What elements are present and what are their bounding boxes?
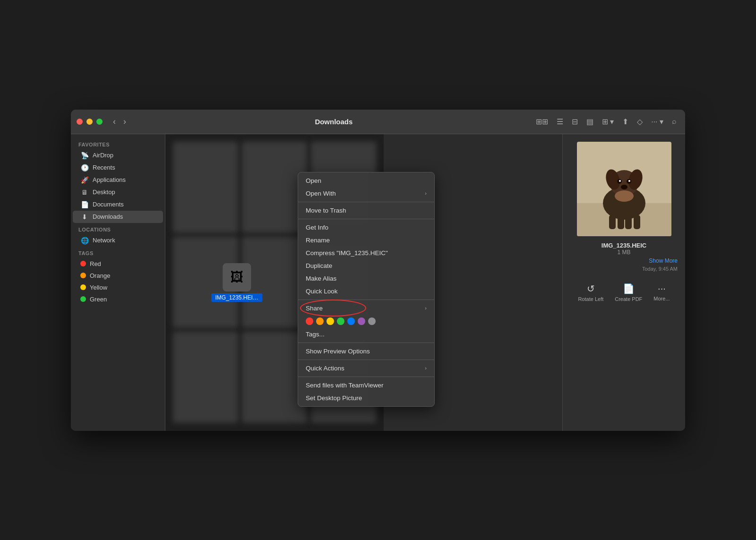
ctx-tags-color-row [298,315,434,328]
ctx-make-alias[interactable]: Make Alias [298,272,434,285]
preview-image-container [577,142,671,236]
favorites-label: Favorites [71,138,165,149]
preview-actions: ↺ Rotate Left 📄 Create PDF ··· More... [578,283,670,302]
sidebar-tag-green[interactable]: Green [73,293,163,305]
svg-point-15 [615,190,634,202]
more-actions[interactable]: ··· More... [653,283,670,302]
tag-red-dot [80,261,86,266]
downloads-icon: ⬇ [80,213,89,221]
ctx-send-teamviewer[interactable]: Send files with TeamViewer [298,379,434,392]
close-button[interactable] [77,119,83,125]
ctx-share[interactable]: Share › [298,302,434,315]
window-title: Downloads [135,118,533,126]
desktop-icon: 🖥 [80,189,89,196]
tag-orange-label: Orange [90,272,110,279]
svg-rect-11 [609,215,616,229]
svg-point-9 [628,180,630,182]
maximize-button[interactable] [96,119,103,125]
sidebar-item-airdrop-label: AirDrop [93,152,113,159]
ctx-open-with-label: Open With [306,190,336,197]
ctx-open-label: Open [306,177,321,184]
ctx-tag-gray[interactable] [368,317,376,325]
more-actions-icon: ··· [658,283,666,294]
ctx-quick-actions-chevron: › [425,365,427,371]
create-pdf-action[interactable]: 📄 Create PDF [615,283,642,302]
ctx-tag-orange[interactable] [316,317,324,325]
gallery-view-button[interactable]: ▤ [584,115,596,128]
sidebar-item-applications[interactable]: 🚀 Applications [73,174,163,186]
column-view-button[interactable]: ⊟ [569,115,581,128]
more-actions-label: More... [653,296,670,301]
selected-file-item[interactable]: 🖼 IMG_1235.HEI… [212,263,262,302]
sidebar-tag-yellow[interactable]: Yellow [73,282,163,293]
ctx-rename-label: Rename [306,237,330,244]
ctx-open[interactable]: Open [298,174,434,187]
ctx-tags[interactable]: Tags... [298,328,434,341]
ctx-compress[interactable]: Compress "IMG_1235.HEIC" [298,247,434,259]
network-icon: 🌐 [80,237,89,244]
ctx-quick-actions[interactable]: Quick Actions › [298,362,434,375]
tag-red-label: Red [90,260,101,267]
sidebar-item-downloads[interactable]: ⬇ Downloads [73,211,163,223]
ctx-share-chevron: › [425,305,427,311]
ctx-move-trash[interactable]: Move to Trash [298,204,434,217]
file-area[interactable]: 🖼 IMG_1235.HEI… Open Open With › Move to… [165,134,562,431]
title-bar: ‹ › Downloads ⊞⊞ ☰ ⊟ ▤ ⊞ ▾ ⬆ ◇ ··· ▾ ⌕ [71,110,685,134]
tag-orange-dot [80,273,86,278]
icon-view-button[interactable]: ⊞⊞ [533,115,551,128]
sidebar-item-recents-label: Recents [93,164,115,171]
context-menu: Open Open With › Move to Trash Get Info [298,172,435,407]
minimize-button[interactable] [86,119,93,125]
sidebar-item-network[interactable]: 🌐 Network [73,234,163,247]
file-thumbnail-icon: 🖼 [223,263,251,291]
tag-green-label: Green [90,296,107,303]
ctx-show-preview-options[interactable]: Show Preview Options [298,345,434,358]
search-toolbar-button[interactable]: ⌕ [669,115,679,128]
ctx-tag-red[interactable] [306,317,313,325]
ctx-tag-purple[interactable] [358,317,365,325]
ctx-divider-4 [298,343,434,343]
recents-icon: 🕐 [80,164,89,171]
group-button[interactable]: ⊞ ▾ [599,115,617,128]
ctx-get-info[interactable]: Get Info [298,221,434,234]
ctx-tag-blue[interactable] [347,317,355,325]
dog-preview-svg [577,142,671,236]
sidebar-item-recents[interactable]: 🕐 Recents [73,162,163,174]
tags-label: Tags [71,247,165,258]
tag-yellow-label: Yellow [90,284,107,291]
ctx-tag-yellow[interactable] [326,317,334,325]
nav-buttons: ‹ › [110,116,129,128]
more-toolbar-button[interactable]: ··· ▾ [648,115,666,128]
ctx-open-with[interactable]: Open With › [298,187,434,200]
show-more-button[interactable]: Show More [649,257,678,264]
ctx-rename[interactable]: Rename [298,234,434,247]
ctx-divider-1 [298,202,434,202]
ctx-show-preview-label: Show Preview Options [306,348,370,355]
ctx-set-desktop[interactable]: Set Desktop Picture [298,392,434,404]
back-button[interactable]: ‹ [110,116,119,128]
airdrop-icon: 📡 [80,152,89,159]
share-toolbar-button[interactable]: ⬆ [619,115,631,128]
forward-button[interactable]: › [120,116,129,128]
list-view-button[interactable]: ☰ [554,115,566,128]
ctx-share-label: Share [306,305,323,312]
rotate-left-action[interactable]: ↺ Rotate Left [578,283,603,302]
sidebar-tag-red[interactable]: Red [73,258,163,270]
sidebar-item-airdrop[interactable]: 📡 AirDrop [73,149,163,162]
selected-file-name: IMG_1235.HEI… [212,293,262,302]
preview-panel: IMG_1235.HEIC 1 MB Show More Today, 9:45… [562,134,685,431]
sidebar-item-desktop[interactable]: 🖥 Desktop [73,186,163,198]
ctx-tags-label: Tags... [306,331,325,338]
svg-point-10 [621,185,627,189]
sidebar-item-documents[interactable]: 📄 Documents [73,198,163,211]
locations-label: Locations [71,223,165,234]
sidebar-item-desktop-label: Desktop [93,189,115,196]
documents-icon: 📄 [80,201,89,208]
tag-toolbar-button[interactable]: ◇ [634,115,645,128]
ctx-tag-green[interactable] [337,317,344,325]
sidebar-tag-orange[interactable]: Orange [73,270,163,282]
ctx-quick-look[interactable]: Quick Look [298,285,434,298]
ctx-divider-5 [298,360,434,360]
rotate-left-label: Rotate Left [578,296,603,302]
ctx-duplicate[interactable]: Duplicate [298,259,434,272]
